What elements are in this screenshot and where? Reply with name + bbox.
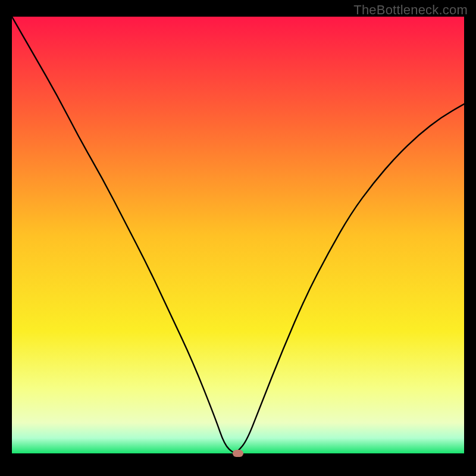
- plot-area: [12, 17, 464, 453]
- optimal-marker: [233, 450, 243, 457]
- chart-frame: TheBottleneck.com: [0, 0, 476, 476]
- bottleneck-curve: [12, 17, 464, 453]
- watermark-label: TheBottleneck.com: [353, 2, 468, 18]
